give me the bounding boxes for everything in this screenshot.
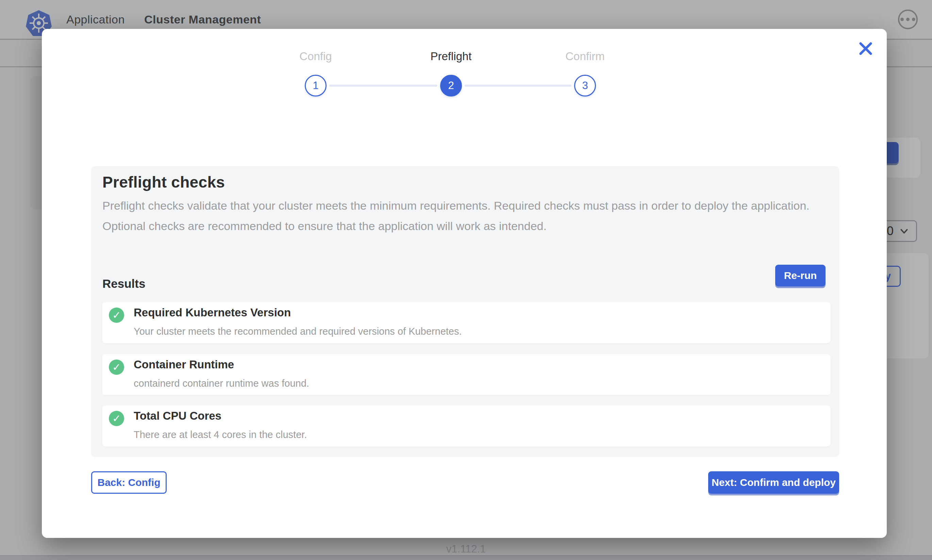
close-icon[interactable] xyxy=(858,40,874,57)
overflow-menu-icon[interactable] xyxy=(898,9,918,29)
dropdown-value: 0 xyxy=(887,224,893,238)
step-connector-2 xyxy=(464,85,571,87)
check-detail: containerd container runtime was found. xyxy=(134,378,309,389)
screen: Application Cluster Management 0 y v1.11… xyxy=(0,0,932,560)
preflight-modal: Config Preflight Confirm 1 2 3 Preflight… xyxy=(42,29,887,538)
step-number-2: 2 xyxy=(448,80,454,92)
check-row-total-cpu-cores: ✓ Total CPU Cores There are at least 4 c… xyxy=(102,405,831,446)
app-version: v1.112.1 xyxy=(0,543,932,555)
check-row-kubernetes-version: ✓ Required Kubernetes Version Your clust… xyxy=(102,302,831,343)
step-circle-3[interactable]: 3 xyxy=(574,75,596,97)
check-success-icon: ✓ xyxy=(109,411,124,426)
check-detail: Your cluster meets the recommended and r… xyxy=(134,326,462,337)
step-number-1: 1 xyxy=(313,80,318,92)
preflight-panel: Preflight checks Preflight checks valida… xyxy=(91,166,839,457)
step-connector-1 xyxy=(329,85,437,87)
preflight-description: Preflight checks validate that your clus… xyxy=(102,195,813,236)
step-label-config: Config xyxy=(299,50,332,63)
ellipsis-dots xyxy=(900,18,915,21)
background-bottom-strip xyxy=(0,555,932,560)
nav-tab-application[interactable]: Application xyxy=(66,13,125,26)
chevron-down-icon xyxy=(900,227,909,235)
step-label-confirm: Confirm xyxy=(565,50,605,63)
results-heading: Results xyxy=(102,277,145,291)
step-number-3: 3 xyxy=(582,80,588,92)
check-title: Container Runtime xyxy=(134,358,234,371)
check-success-icon: ✓ xyxy=(109,308,124,323)
check-detail: There are at least 4 cores in the cluste… xyxy=(134,429,307,440)
step-circle-1[interactable]: 1 xyxy=(305,75,327,97)
rerun-button[interactable]: Re-run xyxy=(775,265,826,286)
check-success-icon: ✓ xyxy=(109,360,124,375)
check-title: Total CPU Cores xyxy=(134,409,221,422)
step-circle-2[interactable]: 2 xyxy=(440,75,462,97)
step-label-preflight: Preflight xyxy=(430,50,471,63)
page-title: Preflight checks xyxy=(102,173,225,191)
check-title: Required Kubernetes Version xyxy=(134,306,291,319)
nav-tab-cluster-management[interactable]: Cluster Management xyxy=(144,13,261,26)
check-row-container-runtime: ✓ Container Runtime containerd container… xyxy=(102,354,831,395)
next-button[interactable]: Next: Confirm and deploy xyxy=(708,471,839,494)
back-button[interactable]: Back: Config xyxy=(91,471,167,494)
